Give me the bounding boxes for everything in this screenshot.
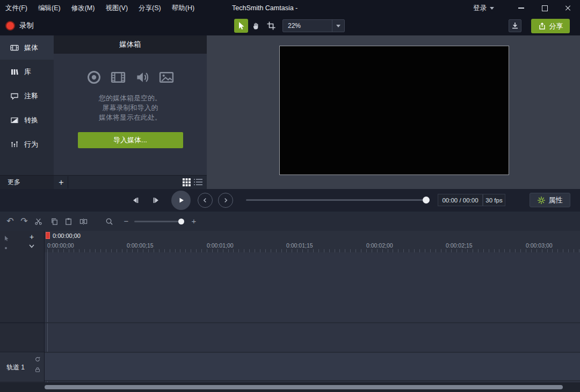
track-loop-toggle[interactable] xyxy=(34,356,41,362)
sidebar-item-transitions[interactable]: 转换 xyxy=(0,108,54,132)
share-label: 分享 xyxy=(549,21,563,31)
record-button[interactable]: 录制 xyxy=(5,19,34,33)
close-button[interactable] xyxy=(556,0,580,16)
undo-button[interactable]: ↶ xyxy=(5,216,15,226)
list-icon xyxy=(194,178,202,186)
properties-button[interactable]: 属性 xyxy=(530,193,570,207)
chevron-down-icon xyxy=(490,7,494,10)
split-button[interactable] xyxy=(78,216,88,226)
playback-bar: 00:00 / 00:00 30 fps 属性 xyxy=(0,189,580,212)
zoom-dropdown[interactable]: 22% xyxy=(282,19,345,32)
circular-arrow-icon xyxy=(34,356,41,362)
paste-button[interactable] xyxy=(63,216,73,226)
sidebar-more-button[interactable]: 更多 xyxy=(0,175,54,189)
time-display: 00:00 / 00:00 xyxy=(438,194,483,206)
play-button[interactable] xyxy=(171,191,191,210)
cursor-mini-icon xyxy=(3,235,10,242)
image-icon xyxy=(159,70,174,85)
menubar: 文件(F) 编辑(E) 修改(M) 视图(V) 分享(S) 帮助(H) Tech… xyxy=(0,0,580,16)
gear-icon xyxy=(538,197,545,204)
menu-edit[interactable]: 编辑(E) xyxy=(33,0,66,16)
crop-tool-button[interactable] xyxy=(264,19,278,33)
seek-slider-thumb[interactable] xyxy=(423,197,430,204)
horizontal-scrollbar xyxy=(0,382,580,392)
sidebar-item-annotations[interactable]: 注释 xyxy=(0,84,54,108)
sidebar-item-label: 库 xyxy=(24,67,31,77)
cut-button[interactable] xyxy=(33,216,43,226)
track-divider xyxy=(45,322,580,323)
empty-line: 屏幕录制和导入的 xyxy=(54,103,207,113)
menu-help[interactable]: 帮助(H) xyxy=(166,0,200,16)
ruler-tick: 0:00:01;00 xyxy=(207,242,234,249)
menu-view[interactable]: 视图(V) xyxy=(100,0,133,16)
record-icon xyxy=(5,21,15,31)
maximize-button[interactable] xyxy=(533,0,556,16)
callout-icon xyxy=(10,92,19,100)
hand-icon xyxy=(252,21,260,30)
sidebar-item-behaviors[interactable]: 行为 xyxy=(0,132,54,156)
main-area: 媒体 库 注释 转换 xyxy=(0,35,580,189)
track-options-button[interactable] xyxy=(26,242,38,250)
dropdown-area xyxy=(332,20,344,32)
lock-icon xyxy=(34,366,41,373)
signin-button[interactable]: 登录 xyxy=(473,0,494,16)
scrollbar-thumb[interactable] xyxy=(45,385,563,389)
timeline-zoom-in-button[interactable]: + xyxy=(189,216,199,226)
seek-slider[interactable] xyxy=(246,199,429,201)
record-label: 录制 xyxy=(19,21,34,31)
share-icon xyxy=(538,22,546,30)
grid-view-button[interactable] xyxy=(183,178,191,186)
track1-lane xyxy=(45,352,580,381)
redo-button[interactable]: ↷ xyxy=(19,216,29,226)
add-track-button[interactable]: + xyxy=(26,232,38,241)
scissors-icon xyxy=(34,217,42,226)
ruler-tick: 0:00:03;00 xyxy=(526,242,553,249)
minimize-button[interactable] xyxy=(509,0,533,16)
more-label: 更多 xyxy=(8,178,20,187)
magnifier-icon xyxy=(105,217,113,226)
import-media-button[interactable]: 导入媒体... xyxy=(78,132,183,148)
fps-display: 30 fps xyxy=(483,194,505,206)
menu-file[interactable]: 文件(F) xyxy=(0,0,33,16)
sidebar-item-media[interactable]: 媒体 xyxy=(0,35,54,60)
chevron-left-icon xyxy=(201,197,209,204)
list-view-button[interactable] xyxy=(194,178,202,186)
canvas-area xyxy=(207,35,580,189)
empty-line: 您的媒体箱是空的。 xyxy=(54,93,207,103)
track-lock-toggle[interactable] xyxy=(34,366,41,373)
jump-back-button[interactable] xyxy=(198,193,213,208)
split-icon xyxy=(79,217,88,226)
timeline-zoom-out-button[interactable]: − xyxy=(121,216,131,226)
jump-forward-button[interactable] xyxy=(218,193,233,208)
ruler-tick: 0:00:02;00 xyxy=(366,242,393,249)
export-button[interactable] xyxy=(509,19,521,32)
video-preview xyxy=(279,46,509,175)
media-bin-title: 媒体箱 xyxy=(119,40,141,49)
previous-frame-button[interactable] xyxy=(131,196,140,205)
record-circle-icon xyxy=(86,70,102,85)
next-frame-button[interactable] xyxy=(152,196,161,205)
chevron-right-icon xyxy=(222,197,229,204)
close-icon xyxy=(565,5,571,11)
select-tool-button[interactable] xyxy=(234,19,248,33)
timeline: + 轨道 1 0:00:00;00 0:00:00;00 0:00:00;15 … xyxy=(0,231,580,392)
transition-icon xyxy=(10,116,19,125)
timeline-ruler: 0:00:00;00 0:00:00;00 0:00:00;15 0:00:01… xyxy=(45,231,580,252)
timeline-zoom-slider[interactable] xyxy=(134,221,184,222)
menu-share[interactable]: 分享(S) xyxy=(133,0,166,16)
media-icon xyxy=(10,43,19,52)
camtasia-window: 文件(F) 编辑(E) 修改(M) 视图(V) 分享(S) 帮助(H) Tech… xyxy=(0,0,580,392)
pan-tool-button[interactable] xyxy=(249,19,263,33)
menu-modify[interactable]: 修改(M) xyxy=(66,0,100,16)
timeline-zoom-thumb[interactable] xyxy=(178,219,184,224)
playhead-time: 0:00:00;00 xyxy=(53,233,81,239)
timeline-toolbar: ↶ ↷ − + xyxy=(0,212,580,231)
sidebar-item-library[interactable]: 库 xyxy=(0,60,54,84)
copy-button[interactable] xyxy=(49,216,59,226)
playhead-handle[interactable] xyxy=(46,232,50,239)
add-media-button[interactable]: + xyxy=(55,176,68,188)
maximize-icon xyxy=(542,5,548,11)
signin-label: 登录 xyxy=(473,4,487,13)
share-button[interactable]: 分享 xyxy=(531,19,570,33)
ruler-tick: 0:00:02;15 xyxy=(446,242,473,249)
